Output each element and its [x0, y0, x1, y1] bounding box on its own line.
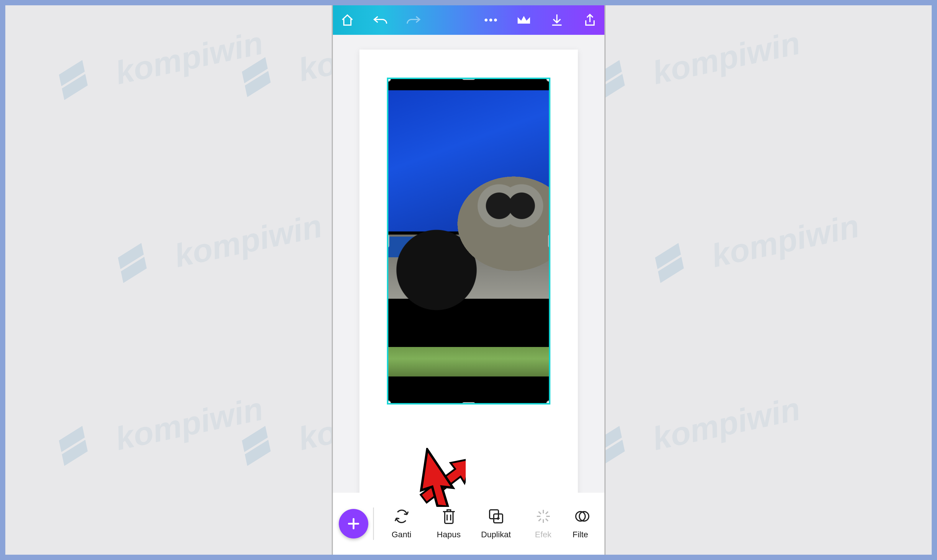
selected-image[interactable]: [388, 79, 549, 403]
svg-marker-9: [60, 440, 90, 466]
bottom-toolbar: Ganti Hapus Duplikat Efek Filte: [333, 493, 605, 555]
filter-button[interactable]: Filte: [568, 508, 597, 539]
svg-marker-6: [653, 243, 683, 269]
svg-marker-15: [243, 440, 273, 466]
add-button[interactable]: [339, 509, 368, 538]
watermark: kompiwin: [594, 23, 803, 101]
resize-handle-l[interactable]: [388, 235, 389, 248]
resize-handle-tr[interactable]: [546, 79, 549, 82]
share-button[interactable]: [583, 13, 597, 28]
watermark: kompiwin: [116, 206, 325, 284]
svg-marker-1: [60, 74, 90, 100]
svg-marker-14: [240, 426, 270, 452]
effects-button[interactable]: Efek: [520, 508, 566, 539]
watermark: kompiwin: [653, 206, 862, 284]
svg-marker-4: [116, 243, 146, 269]
svg-marker-12: [240, 57, 270, 83]
home-button[interactable]: [340, 13, 355, 28]
design-page[interactable]: [360, 49, 578, 513]
redo-button[interactable]: [406, 13, 421, 28]
svg-marker-5: [119, 257, 149, 283]
resize-handle-r[interactable]: [548, 235, 549, 248]
app-window: Ganti Hapus Duplikat Efek Filte: [333, 5, 605, 555]
duplicate-button[interactable]: Duplikat: [473, 508, 519, 539]
download-button[interactable]: [549, 13, 564, 28]
delete-button[interactable]: Hapus: [426, 508, 472, 539]
resize-handle-bl[interactable]: [388, 400, 391, 403]
svg-marker-8: [57, 426, 87, 452]
svg-point-16: [485, 18, 488, 22]
divider: [373, 508, 374, 540]
svg-marker-13: [243, 71, 273, 97]
tool-label: Ganti: [392, 530, 411, 539]
screenshot-frame: kompiwin kompiwin kompiwin kompiwin komp…: [0, 0, 937, 560]
tool-label: Efek: [535, 530, 551, 539]
photo-content: [388, 347, 549, 377]
crown-icon[interactable]: [517, 13, 531, 28]
svg-marker-0: [57, 60, 87, 86]
tool-label: Filte: [572, 530, 588, 539]
replace-button[interactable]: Ganti: [378, 508, 425, 539]
undo-button[interactable]: [373, 13, 388, 28]
svg-point-18: [494, 18, 497, 22]
resize-handle-b[interactable]: [462, 402, 475, 403]
tool-label: Hapus: [437, 530, 461, 539]
canvas-area[interactable]: [333, 35, 605, 493]
top-toolbar: [333, 5, 605, 35]
watermark: kompiwin: [57, 23, 266, 101]
photo-content: [388, 90, 549, 347]
svg-point-17: [489, 18, 492, 22]
resize-handle-t[interactable]: [462, 79, 475, 80]
watermark: kompiwin: [57, 389, 266, 467]
resize-handle-tl[interactable]: [388, 79, 391, 82]
svg-marker-7: [656, 257, 686, 283]
resize-handle-br[interactable]: [546, 400, 549, 403]
tool-label: Duplikat: [481, 530, 511, 539]
watermark: kompiwin: [594, 389, 803, 467]
more-button[interactable]: [483, 13, 498, 28]
